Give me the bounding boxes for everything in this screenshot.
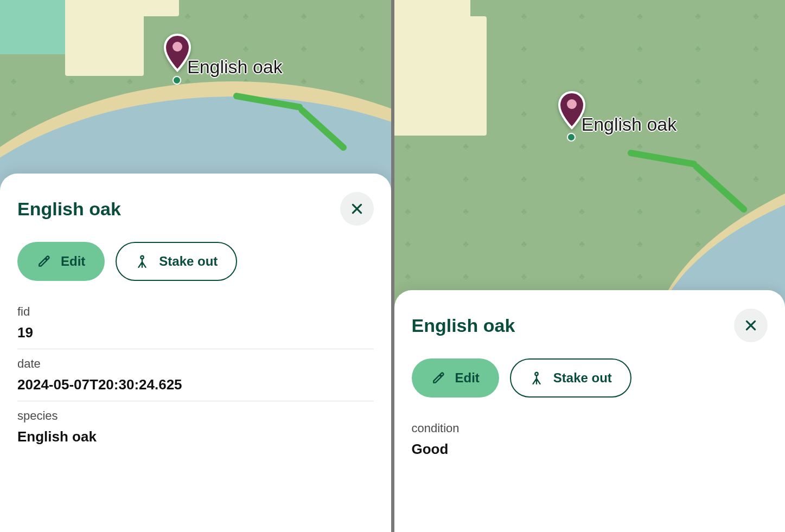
tripod-icon bbox=[135, 254, 149, 268]
map-pin-label: English oak bbox=[187, 56, 283, 78]
action-row: Edit Stake out bbox=[412, 358, 768, 398]
sheet-header: English oak bbox=[412, 309, 768, 342]
field-date: date 2024-05-07T20:30:24.625 bbox=[17, 349, 374, 401]
stakeout-button-label: Stake out bbox=[159, 254, 218, 269]
stakeout-button[interactable]: Stake out bbox=[116, 242, 237, 281]
field-fid: fid 19 bbox=[17, 297, 374, 349]
stakeout-button[interactable]: Stake out bbox=[510, 358, 631, 398]
map-region bbox=[114, 0, 179, 16]
field-label: date bbox=[17, 357, 374, 371]
svg-point-3 bbox=[535, 373, 538, 375]
edit-button[interactable]: Edit bbox=[412, 358, 499, 398]
sheet-header: English oak bbox=[17, 192, 374, 226]
feature-title: English oak bbox=[412, 315, 515, 336]
close-icon bbox=[744, 318, 758, 332]
pencil-icon bbox=[37, 254, 51, 268]
tripod-icon bbox=[529, 371, 544, 385]
field-value: 19 bbox=[17, 324, 374, 341]
right-pane: ♣ ♣ ♣ ♣ ♣ ♣ ♣ ♣ ♣ ♣ ♣ ♣ ♣ ♣ ♣ ♣ ♣ ♣ ♣ ♣ … bbox=[391, 0, 786, 532]
edit-button-label: Edit bbox=[61, 254, 85, 269]
stakeout-button-label: Stake out bbox=[553, 370, 612, 386]
edit-button[interactable]: Edit bbox=[17, 242, 105, 281]
feature-sheet: English oak Edit Stake out bbox=[0, 174, 391, 532]
svg-point-1 bbox=[141, 256, 144, 259]
map-region bbox=[394, 16, 487, 136]
map-region bbox=[394, 0, 470, 27]
field-label: fid bbox=[17, 305, 374, 319]
field-value: Good bbox=[412, 441, 768, 458]
feature-sheet: English oak Edit Stake out bbox=[394, 290, 786, 532]
field-species: species English oak bbox=[17, 401, 374, 453]
map-point bbox=[173, 76, 181, 85]
svg-point-2 bbox=[567, 99, 577, 109]
map-point bbox=[567, 133, 576, 142]
field-condition: condition Good bbox=[412, 414, 768, 465]
edit-button-label: Edit bbox=[455, 370, 480, 386]
close-icon bbox=[350, 202, 364, 216]
field-value: English oak bbox=[17, 428, 374, 445]
left-pane: ♣ ♣ ♣ ♣ ♣ ♣ ♣ ♣ ♣ ♣ ♣ ♣ ♣ ♣ ♣ ♣ ♣ ♣ ♣ ♣ … bbox=[0, 0, 391, 532]
field-value: 2024-05-07T20:30:24.625 bbox=[17, 376, 374, 393]
pencil-icon bbox=[431, 371, 445, 385]
action-row: Edit Stake out bbox=[17, 242, 374, 281]
close-button[interactable] bbox=[734, 309, 768, 342]
svg-point-0 bbox=[173, 42, 182, 52]
field-label: species bbox=[17, 409, 374, 423]
field-label: condition bbox=[412, 421, 768, 435]
map-region bbox=[0, 0, 76, 54]
feature-title: English oak bbox=[17, 198, 121, 220]
map-pin-label: English oak bbox=[582, 114, 677, 135]
close-button[interactable] bbox=[340, 192, 374, 226]
